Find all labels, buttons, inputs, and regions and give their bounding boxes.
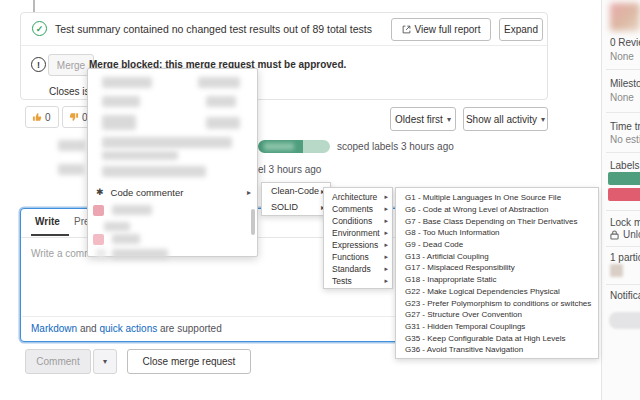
label-color-swatch bbox=[93, 234, 104, 245]
chevron-down-icon: ▾ bbox=[447, 115, 451, 124]
quick-actions-link[interactable]: quick actions bbox=[99, 323, 157, 334]
sidebar-divider bbox=[606, 246, 640, 247]
close-merge-request-button[interactable]: Close merge request bbox=[127, 349, 251, 374]
lock-value: Unlocked bbox=[623, 229, 640, 240]
right-sidebar: 0 Reviewers None Milestone None Time tra… bbox=[601, 0, 640, 400]
comment-options-button[interactable]: ▾ bbox=[93, 349, 117, 374]
smell-menu-item[interactable]: G27 - Structure Over Convention bbox=[396, 309, 598, 321]
lock-status: Unlocked bbox=[610, 229, 640, 240]
sidebar-label-green[interactable] bbox=[608, 172, 640, 185]
redacted-menu-item[interactable] bbox=[112, 249, 168, 259]
sidebar-divider bbox=[606, 112, 640, 113]
redacted-menu-item[interactable] bbox=[102, 137, 232, 148]
category-menu-item[interactable]: Functions ▸ bbox=[324, 251, 392, 263]
time-tracking-title: Time tracking bbox=[610, 121, 640, 132]
participants-title: 1 participant bbox=[610, 252, 640, 263]
menu-item-code-commenter[interactable]: ✱ Code commenter ▸ bbox=[88, 183, 257, 201]
smell-menu-item[interactable]: G35 - Keep Configurable Data at High Lev… bbox=[396, 332, 598, 344]
activity-filter-label: Show all activity bbox=[466, 114, 537, 125]
scoped-label-chip[interactable] bbox=[258, 140, 330, 153]
participant-avatar[interactable] bbox=[610, 264, 623, 277]
menu-scrollbar[interactable] bbox=[251, 209, 255, 235]
close-merge-request-label: Close merge request bbox=[143, 356, 236, 367]
category-menu-item[interactable]: Tests ▸ bbox=[324, 275, 392, 287]
sidebar-label-red[interactable] bbox=[608, 188, 640, 201]
redacted-menu-item[interactable] bbox=[102, 96, 140, 107]
category-menu-item[interactable]: Expressions ▸ bbox=[324, 239, 392, 251]
smell-menu-item[interactable]: G1 - Multiple Languages In One Source Fi… bbox=[396, 192, 598, 204]
submenu-item[interactable]: Clean-Code ▸ bbox=[262, 183, 330, 199]
smell-menu-item[interactable]: G17 - Misplaced Responsibility bbox=[396, 262, 598, 274]
milestone-value: None bbox=[610, 92, 634, 103]
sort-dropdown[interactable]: Oldest first ▾ bbox=[390, 107, 456, 131]
redacted-timeline-fragment bbox=[58, 164, 84, 175]
scoped-label-value bbox=[303, 140, 330, 153]
submenu-arrow-icon: ▸ bbox=[384, 217, 388, 225]
test-summary-text: Test summary contained no changed test r… bbox=[55, 23, 372, 35]
smell-menu-item[interactable]: G36 - Avoid Transitive Navigation bbox=[396, 344, 598, 356]
view-full-report-button[interactable]: View full report bbox=[391, 18, 491, 41]
smell-menu-item[interactable]: G23 - Prefer Polymorphism to conditions … bbox=[396, 297, 598, 309]
redacted-menu-item[interactable] bbox=[104, 222, 130, 231]
category-menu-item[interactable]: Comments ▸ bbox=[324, 203, 392, 215]
system-note-scoped-labels: scoped labels 3 hours ago bbox=[337, 141, 454, 152]
reviewers-title: 0 Reviewers bbox=[610, 37, 640, 48]
submenu-arrow-icon: ▸ bbox=[384, 253, 388, 261]
test-success-icon: ✓ bbox=[32, 21, 47, 36]
submenu-arrow-icon: ▸ bbox=[384, 205, 388, 213]
tab-write[interactable]: Write bbox=[35, 216, 60, 227]
card-divider bbox=[21, 45, 547, 46]
activity-filter-dropdown[interactable]: Show all activity ▾ bbox=[463, 107, 548, 131]
smell-menu-item[interactable]: G18 - Inappropriate Static bbox=[396, 274, 598, 286]
submenu-clean-code-categories: Architecture ▸ Comments ▸ Conditions ▸ E… bbox=[323, 187, 393, 289]
chevron-down-icon: ▾ bbox=[103, 357, 107, 366]
sidebar-divider bbox=[606, 284, 640, 285]
expand-button[interactable]: Expand bbox=[499, 18, 543, 41]
submenu-item[interactable]: SOLID ▸ bbox=[262, 199, 330, 215]
redacted-menu-item[interactable] bbox=[102, 151, 178, 160]
label-color-swatch bbox=[93, 205, 104, 216]
category-menu-item[interactable]: Standards ▸ bbox=[324, 263, 392, 275]
time-tracking-value: No estimate or time spent bbox=[610, 134, 640, 145]
redacted-menu-icon bbox=[96, 249, 106, 258]
timeline-connector bbox=[33, 0, 35, 12]
sidebar-divider bbox=[606, 152, 640, 153]
smell-menu-item[interactable]: G6 - Code at Wrong Level of Abstraction bbox=[396, 204, 598, 216]
thumbs-up-button[interactable]: 0 bbox=[25, 106, 59, 128]
editor-footer: Markdown and quick actions are supported bbox=[31, 323, 222, 334]
notifications-toggle[interactable] bbox=[609, 312, 640, 329]
assignee-avatar bbox=[610, 3, 640, 31]
submenu-arrow-icon: ▸ bbox=[247, 188, 251, 197]
merge-request-page: ✓ Test summary contained no changed test… bbox=[0, 0, 640, 400]
redacted-menu-item[interactable] bbox=[102, 77, 152, 88]
submenu-arrow-icon: ▸ bbox=[384, 229, 388, 237]
markdown-link[interactable]: Markdown bbox=[31, 323, 77, 334]
smell-menu-item[interactable]: G22 - Make Logical Dependencies Physical bbox=[396, 286, 598, 298]
redacted-menu-item[interactable] bbox=[112, 234, 140, 244]
category-menu-item[interactable]: Environment ▸ bbox=[324, 227, 392, 239]
redacted-menu-item[interactable] bbox=[112, 205, 152, 215]
scoped-label-key bbox=[258, 140, 303, 153]
smell-menu-item[interactable]: G13 - Artificial Coupling bbox=[396, 250, 598, 262]
submenu-arrow-icon: ▸ bbox=[384, 241, 388, 249]
smell-menu-item[interactable]: G7 - Base Class Depending on Their Deriv… bbox=[396, 215, 598, 227]
category-menu-item[interactable]: Conditions ▸ bbox=[324, 215, 392, 227]
sidebar-divider bbox=[606, 210, 640, 211]
chevron-down-icon: ▾ bbox=[541, 115, 545, 124]
smell-menu-item[interactable]: G31 - Hidden Temporal Couplings bbox=[396, 321, 598, 333]
redacted-menu-shortcut bbox=[206, 96, 236, 107]
sort-label: Oldest first bbox=[395, 114, 443, 125]
expand-label: Expand bbox=[504, 24, 538, 35]
submenu-code-commenter: Clean-Code ▸ SOLID ▸ bbox=[261, 182, 331, 216]
reviewers-value: None bbox=[610, 51, 634, 62]
merge-blocked-icon: ! bbox=[31, 57, 46, 72]
redacted-menu-item[interactable] bbox=[102, 115, 136, 130]
milestone-title: Milestone bbox=[610, 78, 640, 89]
smell-menu-item[interactable]: G9 - Dead Code bbox=[396, 239, 598, 251]
category-menu-item[interactable]: Architecture ▸ bbox=[324, 191, 392, 203]
redacted-menu-item[interactable] bbox=[102, 166, 206, 177]
smell-menu-item[interactable]: G8 - Too Much Information bbox=[396, 227, 598, 239]
redacted-menu-shortcut bbox=[206, 117, 240, 129]
comment-button[interactable]: Comment bbox=[25, 349, 91, 374]
system-note-label: el 3 hours ago bbox=[258, 164, 321, 175]
